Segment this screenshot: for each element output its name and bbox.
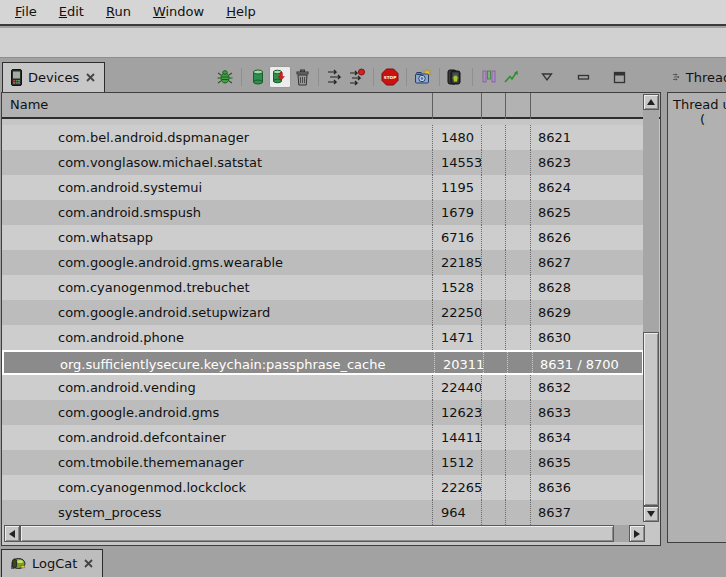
process-name: com.vonglasow.michael.satstat xyxy=(2,150,432,175)
menu-file[interactable]: File xyxy=(4,0,48,24)
debug-process-icon[interactable] xyxy=(214,66,236,88)
device-row[interactable]: system_process 964 8637 xyxy=(2,500,644,525)
device-row[interactable]: com.vonglasow.michael.satstat 14553 8623 xyxy=(2,150,644,175)
process-pid: 22440 xyxy=(432,375,481,400)
process-name: com.google.android.gms xyxy=(2,400,432,425)
process-port: 8635 xyxy=(530,450,644,475)
scroll-down-button[interactable] xyxy=(643,506,659,522)
device-row[interactable]: com.android.vending 22440 8632 xyxy=(2,375,644,400)
process-port: 8623 xyxy=(530,150,644,175)
toolbar-separator xyxy=(318,68,319,86)
device-row[interactable]: com.android.defcontainer 14411 8634 xyxy=(2,425,644,450)
process-pid: 22250 xyxy=(432,300,481,325)
svg-text:STOP: STOP xyxy=(384,75,397,80)
scroll-right-button[interactable] xyxy=(629,525,645,542)
device-row[interactable]: com.android.systemui 1195 8624 xyxy=(2,175,644,200)
menu-edit[interactable]: Edit xyxy=(48,0,95,24)
empty-cell xyxy=(505,275,530,300)
device-row[interactable]: com.bel.android.dspmanager 1480 8621 xyxy=(2,125,644,150)
device-row[interactable]: com.android.phone 1471 8630 xyxy=(2,325,644,350)
process-pid: 6716 xyxy=(432,225,481,250)
empty-cell xyxy=(505,300,530,325)
column-divider[interactable] xyxy=(432,93,433,119)
column-divider[interactable] xyxy=(530,93,531,119)
process-port: 8624 xyxy=(530,175,644,200)
device-row[interactable]: org.sufficientlysecure.keychain:passphra… xyxy=(2,350,644,375)
toolbar-separator xyxy=(241,68,242,86)
process-name: com.whatsapp xyxy=(2,225,432,250)
process-name: com.cyanogenmod.trebuchet xyxy=(2,275,432,300)
empty-cell xyxy=(481,125,505,150)
close-icon[interactable] xyxy=(85,72,96,83)
screen-capture-icon[interactable] xyxy=(412,66,434,88)
cause-gc-icon[interactable] xyxy=(291,66,313,88)
minimize-icon[interactable] xyxy=(572,66,594,88)
process-pid: 1528 xyxy=(432,275,481,300)
empty-cell xyxy=(481,300,505,325)
process-port: 8625 xyxy=(530,200,644,225)
empty-cell xyxy=(505,500,530,525)
empty-cell xyxy=(481,275,505,300)
device-row[interactable]: com.google.android.gms.wearable 22185 86… xyxy=(2,250,644,275)
empty-cell xyxy=(505,425,530,450)
tab-logcat[interactable]: LogCat xyxy=(1,549,103,577)
threads-icon xyxy=(672,69,681,85)
systrace-icon[interactable] xyxy=(500,66,522,88)
view-menu-icon[interactable] xyxy=(536,66,558,88)
process-name: com.android.defcontainer xyxy=(2,425,432,450)
vertical-scroll-thumb[interactable] xyxy=(643,332,659,506)
horizontal-scroll-thumb[interactable] xyxy=(20,525,614,542)
menu-help[interactable]: Help xyxy=(215,0,267,24)
empty-cell xyxy=(481,250,505,275)
empty-cell xyxy=(505,150,530,175)
empty-cell xyxy=(505,375,530,400)
column-divider[interactable] xyxy=(481,93,482,119)
column-header-name[interactable]: Name xyxy=(2,97,48,112)
empty-cell xyxy=(481,400,505,425)
menu-window[interactable]: Window xyxy=(142,0,215,24)
empty-cell xyxy=(481,425,505,450)
scroll-left-button[interactable] xyxy=(4,525,20,542)
device-row[interactable]: com.android.smspush 1679 8625 xyxy=(2,200,644,225)
multi-screen-capture-icon[interactable] xyxy=(445,66,467,88)
tab-threads[interactable]: Threads xyxy=(668,62,726,92)
stop-process-icon[interactable]: STOP xyxy=(379,66,401,88)
process-port: 8633 xyxy=(530,400,644,425)
process-name: org.sufficientlysecure.keychain:passphra… xyxy=(4,352,434,373)
process-name: com.cyanogenmod.lockclock xyxy=(2,475,432,500)
process-port: 8628 xyxy=(530,275,644,300)
vertical-scrollbar[interactable] xyxy=(643,94,659,522)
horizontal-scrollbar[interactable] xyxy=(4,525,645,542)
process-pid: 22185 xyxy=(432,250,481,275)
device-row[interactable]: com.google.android.gms 12623 8633 xyxy=(2,400,644,425)
update-threads-icon[interactable] xyxy=(324,66,346,88)
process-port: 8627 xyxy=(530,250,644,275)
process-port: 8626 xyxy=(530,225,644,250)
process-pid: 14553 xyxy=(432,150,481,175)
tab-devices[interactable]: Devices xyxy=(2,62,105,92)
update-heap-icon[interactable] xyxy=(247,66,269,88)
threads-message-line1: Thread up xyxy=(668,93,726,112)
device-row[interactable]: com.whatsapp 6716 8626 xyxy=(2,225,644,250)
empty-cell xyxy=(505,400,530,425)
scroll-up-button[interactable] xyxy=(643,94,659,110)
close-icon[interactable] xyxy=(83,558,94,569)
start-method-profiling-icon[interactable] xyxy=(346,66,368,88)
hierarchy-view-icon[interactable] xyxy=(478,66,500,88)
device-row[interactable]: com.cyanogenmod.trebuchet 1528 8628 xyxy=(2,275,644,300)
empty-cell xyxy=(505,450,530,475)
dump-hprof-icon[interactable] xyxy=(269,66,291,88)
arrow-down-icon xyxy=(647,511,655,517)
column-divider[interactable] xyxy=(505,93,506,119)
maximize-icon[interactable] xyxy=(608,66,630,88)
menu-run[interactable]: Run xyxy=(95,0,142,24)
device-row[interactable]: com.tmobile.thememanager 1512 8635 xyxy=(2,450,644,475)
device-row[interactable]: com.google.android.setupwizard 22250 862… xyxy=(2,300,644,325)
process-pid: 1679 xyxy=(432,200,481,225)
device-row[interactable]: com.cyanogenmod.lockclock 22265 8636 xyxy=(2,475,644,500)
empty-cell xyxy=(481,450,505,475)
process-name: com.google.android.setupwizard xyxy=(2,300,432,325)
threads-message-line2: ( xyxy=(668,112,726,127)
arrow-left-icon xyxy=(9,530,15,538)
process-name: com.tmobile.thememanager xyxy=(2,450,432,475)
